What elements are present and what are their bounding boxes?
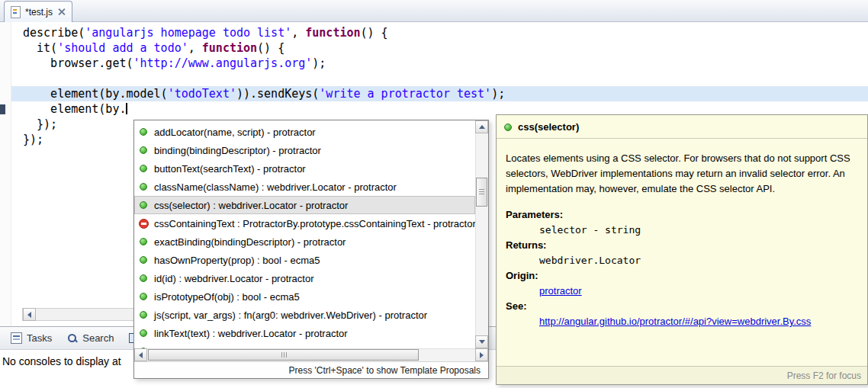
completion-item[interactable]: exactBinding(bindingDescriptor) - protra… [134,232,475,251]
method-icon [137,144,149,156]
method-icon [137,199,149,211]
code-token: }); [23,117,57,131]
completion-popup: addLocator(name, script) - protractorbin… [133,120,489,379]
editor-tab-title: *test.js [25,7,53,18]
scroll-down-button[interactable] [475,335,488,348]
completion-item[interactable]: id(id) : webdriver.Locator - protractor [134,269,475,287]
method-icon [137,327,149,339]
left-ruler[interactable] [0,22,11,326]
completion-label: js(script, var_args) : fn(arg0: webdrive… [154,309,427,321]
parameters-value: selector - string [506,223,858,238]
completion-label: binding(bindingDescriptor) - protractor [154,145,321,156]
see-link[interactable]: http://angular.github.io/protractor/#/ap… [539,316,811,327]
search-icon [67,333,78,344]
completion-horizontal-scrollbar[interactable] [134,348,488,361]
doc-footer: Press F2 for focus [497,366,867,384]
code-line[interactable] [11,71,868,86]
code-token: () { [257,41,285,55]
editor-tab-testjs[interactable]: *test.js [4,1,72,22]
right-arrow-icon [480,352,484,358]
completion-item[interactable]: linkText(text) : webdriver.Locator - pro… [134,324,475,342]
code-token: element(by.model( [23,87,168,101]
completion-vertical-scrollbar[interactable] [475,120,488,348]
scroll-right-button[interactable] [475,348,488,361]
code-line[interactable]: it('should add a todo', function() { [11,40,868,56]
down-arrow-icon [479,340,485,344]
completion-item[interactable]: className(className) : webdriver.Locator… [134,178,475,196]
code-token: it( [23,41,57,55]
doc-title: css(selector) [518,121,579,133]
scroll-left-button[interactable] [134,348,147,361]
left-arrow-icon [139,352,143,358]
code-token: ); [491,87,505,101]
js-file-icon [11,6,21,18]
method-icon [137,272,149,284]
code-token: 'angularjs homepage todo list' [85,26,291,40]
completion-item[interactable]: addLocator(name, script) - protractor [134,123,475,141]
doc-body: Locates elements using a CSS selector. F… [497,139,867,366]
blocked-icon [137,217,149,229]
code-token: function [305,26,360,40]
code-token: browser.get( [23,56,133,70]
method-icon [504,123,512,131]
editor-horizontal-scrollbar[interactable] [22,308,134,321]
view-tab-search[interactable]: Search [59,327,121,349]
completion-item[interactable]: buttonText(searchText) - protractor [134,159,475,178]
close-icon[interactable] [57,8,66,16]
completion-item[interactable]: model(model) - protractor [134,342,475,348]
method-icon [137,181,149,193]
origin-label: Origin: [506,268,858,284]
completion-label: hasOwnProperty(prop) : bool - ecma5 [154,255,320,266]
tasks-icon [11,332,22,344]
code-line[interactable]: element(by.model('todoText')).sendKeys('… [11,86,868,101]
focus-hint: Press F2 for focus [787,370,861,381]
method-icon [137,254,149,266]
code-token: 'http://www.angularjs.org' [133,56,313,70]
code-token: , [188,41,202,55]
method-icon [137,290,149,303]
completion-label: id(id) : webdriver.Locator - protractor [154,273,314,284]
method-icon [137,162,149,175]
scroll-left-button[interactable] [23,308,36,321]
completion-item[interactable]: binding(bindingDescriptor) - protractor [134,141,475,159]
code-token: 'write a protractor test' [319,87,491,101]
editor-tab-bar: *test.js [0,0,868,22]
completion-item[interactable]: cssContainingText : ProtractorBy.prototy… [134,214,475,232]
up-arrow-icon [479,125,485,129]
completion-label: addLocator(name, script) - protractor [154,127,316,138]
left-arrow-icon [27,312,31,318]
code-token: )).sendKeys( [236,87,319,101]
returns-value: webdriver.Locator [506,253,858,268]
completion-item[interactable]: css(selector) : webdriver.Locator - prot… [134,196,475,214]
code-line[interactable]: browser.get('http://www.angularjs.org'); [11,56,868,71]
code-token: () { [361,26,388,40]
scroll-up-button[interactable] [475,120,488,133]
assist-status-bar: Press 'Ctrl+Space' to show Template Prop… [134,361,488,378]
code-line[interactable]: describe('angularjs homepage todo list',… [11,25,868,40]
console-message: No consoles to display at [2,355,121,367]
completion-item[interactable]: hasOwnProperty(prop) : bool - ecma5 [134,251,475,269]
assist-status-text: Press 'Ctrl+Space' to show Template Prop… [289,365,481,376]
view-tab-tasks[interactable]: Tasks [3,327,59,349]
horizontal-scroll-thumb[interactable] [148,349,419,361]
code-token: }); [23,133,43,146]
completion-label: linkText(text) : webdriver.Locator - pro… [154,328,348,339]
completion-list: addLocator(name, script) - protractorbin… [134,120,475,348]
current-line-marker [0,104,5,114]
vertical-scroll-thumb[interactable] [476,178,487,207]
returns-label: Returns: [506,238,858,253]
method-icon [137,309,149,321]
completion-label: className(className) : webdriver.Locator… [154,181,397,193]
origin-link[interactable]: protractor [539,285,582,297]
parameters-label: Parameters: [506,207,858,223]
code-token: 'should add a todo' [57,41,188,55]
completion-item[interactable]: js(script, var_args) : fn(arg0: webdrive… [134,306,475,324]
doc-popup: css(selector) Locates elements using a C… [496,114,868,385]
method-icon [137,126,149,138]
completion-label: css(selector) : webdriver.Locator - prot… [154,200,348,211]
doc-header: css(selector) [497,115,867,139]
method-icon [137,236,149,248]
code-token: element(by. [23,102,126,116]
completion-label: isPrototypeOf(obj) : bool - ecma5 [154,291,300,303]
completion-item[interactable]: isPrototypeOf(obj) : bool - ecma5 [134,287,475,306]
